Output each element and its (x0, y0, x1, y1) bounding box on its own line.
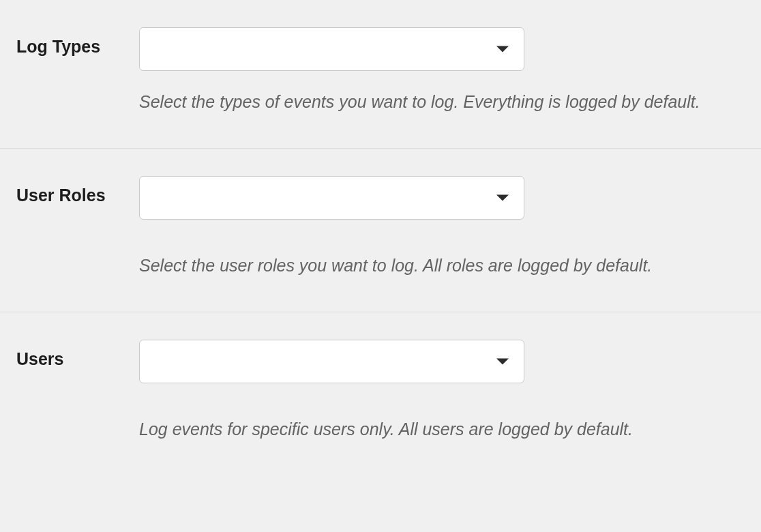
setting-label-wrapper: Users (16, 340, 139, 441)
chevron-down-icon (496, 359, 509, 365)
setting-control-wrapper: Log events for specific users only. All … (139, 340, 761, 441)
setting-row-user-roles: User Roles Select the user roles you wan… (0, 149, 761, 312)
log-types-select[interactable] (139, 27, 524, 71)
users-label: Users (16, 349, 64, 368)
setting-label-wrapper: User Roles (16, 176, 139, 278)
users-select[interactable] (139, 340, 524, 383)
user-roles-select[interactable] (139, 176, 524, 220)
user-roles-description: Select the user roles you want to log. A… (139, 254, 761, 278)
setting-control-wrapper: Select the user roles you want to log. A… (139, 176, 761, 278)
user-roles-label: User Roles (16, 186, 106, 205)
settings-form: Log Types Select the types of events you… (0, 0, 761, 475)
setting-row-users: Users Log events for specific users only… (0, 312, 761, 475)
setting-label-wrapper: Log Types (16, 27, 139, 114)
chevron-down-icon (496, 195, 509, 201)
chevron-down-icon (496, 46, 509, 53)
log-types-label: Log Types (16, 37, 100, 56)
setting-control-wrapper: Select the types of events you want to l… (139, 27, 761, 114)
setting-row-log-types: Log Types Select the types of events you… (0, 0, 761, 149)
log-types-description: Select the types of events you want to l… (139, 90, 761, 114)
users-description: Log events for specific users only. All … (139, 417, 761, 441)
